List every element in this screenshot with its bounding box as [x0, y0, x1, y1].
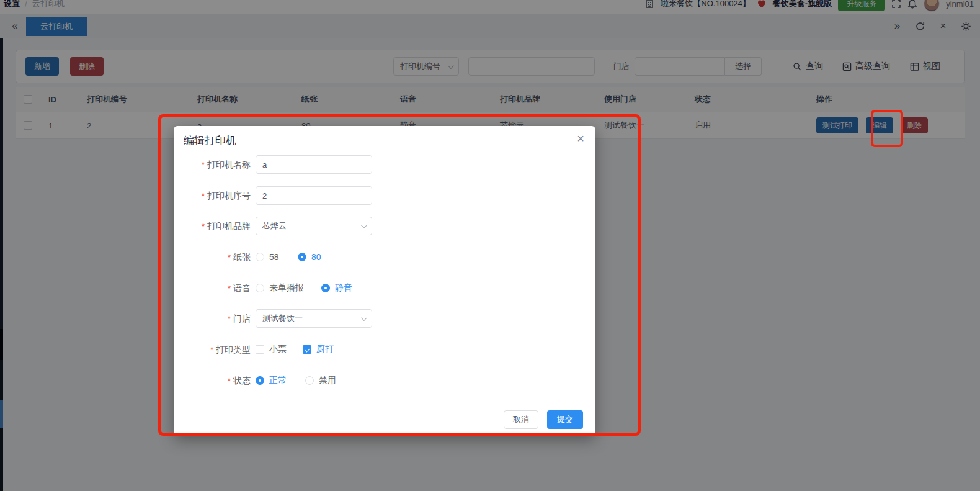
checkbox-kitchen[interactable]: 厨打 — [303, 340, 334, 359]
status-label: 状态 — [174, 371, 251, 390]
radio-checked-icon — [298, 253, 306, 261]
radio-label: 正常 — [269, 375, 287, 386]
store-label: 门店 — [174, 309, 251, 328]
radio-paper-58[interactable]: 58 — [256, 248, 279, 266]
chevron-down-icon — [361, 222, 367, 228]
print-type-label: 打印类型 — [174, 340, 251, 359]
printer-name-label: 打印机名称 — [174, 155, 251, 174]
radio-paper-80[interactable]: 80 — [298, 248, 321, 266]
checkbox-icon — [256, 345, 264, 354]
form-row-status: 状态 正常 禁用 — [174, 371, 595, 390]
voice-label: 语音 — [174, 279, 251, 298]
printer-no-label: 打印机序号 — [174, 186, 251, 205]
checkbox-label: 小票 — [269, 344, 287, 355]
checkbox-label: 厨打 — [316, 344, 334, 355]
radio-label: 禁用 — [319, 375, 336, 386]
brand-label: 打印机品牌 — [174, 217, 251, 236]
store-select-value: 测试餐饮一 — [262, 313, 303, 324]
radio-label: 58 — [269, 252, 279, 262]
form-row-voice: 语音 来单播报 静音 — [174, 279, 595, 297]
modal-title: 编辑打印机 — [184, 133, 236, 148]
form-row-paper: 纸张 58 80 — [174, 248, 595, 266]
form-row-brand: 打印机品牌 芯烨云 — [174, 217, 595, 235]
form-row-print-type: 打印类型 小票 厨打 — [174, 340, 595, 359]
radio-label: 来单播报 — [269, 282, 304, 294]
radio-checked-icon — [256, 376, 264, 385]
radio-voice-broadcast[interactable]: 来单播报 — [256, 279, 304, 297]
radio-status-disabled[interactable]: 禁用 — [305, 371, 336, 390]
store-select[interactable]: 测试餐饮一 — [256, 309, 372, 328]
cancel-button[interactable]: 取消 — [504, 410, 538, 429]
checkbox-receipt[interactable]: 小票 — [256, 340, 287, 359]
form-row-store: 门店 测试餐饮一 — [174, 309, 595, 328]
modal-close-icon[interactable]: × — [577, 132, 584, 145]
radio-icon — [256, 253, 264, 261]
printer-no-input[interactable] — [256, 186, 372, 205]
brand-select-value: 芯烨云 — [262, 220, 287, 232]
form-row-printer-name: 打印机名称 — [174, 155, 595, 174]
radio-status-normal[interactable]: 正常 — [256, 371, 287, 390]
form-row-printer-no: 打印机序号 — [174, 186, 595, 205]
app-root: 设置 / 云打印机 啦米餐饮【NO.100024】 餐饮美食-旗舰版 升级服务 — [0, 0, 980, 491]
radio-icon — [305, 376, 314, 385]
radio-icon — [256, 284, 264, 292]
radio-checked-icon — [321, 284, 330, 292]
submit-button[interactable]: 提交 — [547, 410, 583, 429]
paper-label: 纸张 — [174, 248, 251, 267]
radio-label: 80 — [311, 252, 321, 262]
chevron-down-icon — [361, 315, 367, 321]
printer-name-input[interactable] — [256, 155, 372, 174]
checkbox-checked-icon — [303, 345, 311, 354]
radio-label: 静音 — [335, 282, 352, 294]
radio-voice-mute[interactable]: 静音 — [321, 279, 352, 297]
brand-select[interactable]: 芯烨云 — [256, 217, 372, 235]
edit-printer-modal: 编辑打印机 × 打印机名称 打印机序号 打印机品牌 芯烨云 纸张 58 — [174, 126, 595, 436]
modal-footer: 取消 提交 — [174, 410, 595, 429]
